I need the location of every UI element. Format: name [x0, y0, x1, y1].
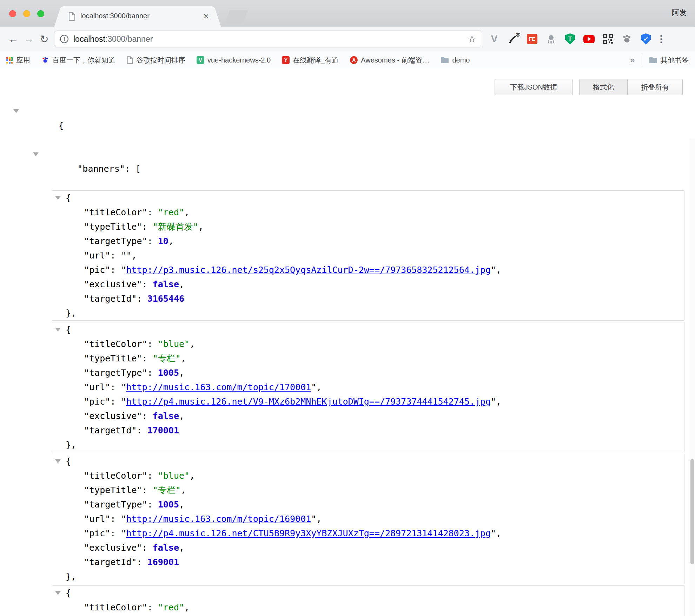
- page-info-icon[interactable]: i: [60, 35, 68, 43]
- maximize-window-button[interactable]: [37, 10, 44, 17]
- other-bookmarks-label: 其他书签: [661, 55, 689, 65]
- octotree-extension-icon[interactable]: [545, 33, 557, 45]
- json-key: "titleColor": [84, 207, 147, 217]
- json-number-value: 1005: [158, 499, 179, 510]
- page-icon: [68, 12, 75, 22]
- url-bar[interactable]: i localhost:3000/banner ☆: [54, 31, 482, 47]
- json-boolean-value: false: [153, 279, 179, 289]
- format-collapse-button-group: 格式化 折叠所有: [579, 79, 683, 95]
- json-key: "banners": [77, 164, 125, 174]
- paw-extension-icon[interactable]: [621, 33, 633, 45]
- json-punctuation: ,: [131, 250, 137, 261]
- json-punctuation: },: [66, 308, 76, 318]
- json-line: "typeTitle": "歌单",: [52, 615, 684, 616]
- json-punctuation: {: [66, 193, 71, 203]
- collapse-triangle-icon[interactable]: [33, 152, 39, 156]
- green-shield-extension-icon[interactable]: T: [564, 33, 576, 45]
- other-bookmarks-folder[interactable]: 其他书签: [649, 55, 689, 65]
- collapse-triangle-icon[interactable]: [55, 196, 61, 200]
- blue-shield-extension-icon[interactable]: ✓: [640, 33, 651, 45]
- scrollbar-track[interactable]: [689, 138, 695, 616]
- json-number-value: 169001: [147, 557, 179, 567]
- json-punctuation: ,: [179, 543, 184, 553]
- bookmark-youdao-translate[interactable]: Y 在线翻译_有道: [282, 55, 339, 65]
- close-window-button[interactable]: [9, 10, 16, 17]
- back-button[interactable]: ←: [6, 31, 21, 47]
- json-line: "titleColor": "red",: [52, 205, 684, 219]
- json-line: {: [52, 454, 684, 468]
- json-url-link[interactable]: http://p3.music.126.net/s25q2x5QyqsAzilC…: [126, 265, 491, 275]
- json-punctuation: :: [147, 499, 158, 510]
- bookmark-label: 百度一下，你就知道: [52, 55, 115, 65]
- json-punctuation: :: [137, 425, 147, 435]
- forward-button[interactable]: →: [21, 31, 37, 47]
- json-line: "titleColor": "blue",: [52, 337, 684, 351]
- json-punctuation: :: [110, 514, 121, 524]
- json-punctuation: {: [66, 325, 71, 335]
- json-punctuation: ,: [316, 514, 322, 524]
- new-tab-button[interactable]: [225, 10, 248, 24]
- json-url-link[interactable]: http://p4.music.126.net/CTU5B9R9y3XyYBZX…: [126, 528, 491, 538]
- bookmark-star-icon[interactable]: ☆: [468, 33, 476, 45]
- qrcode-extension-icon[interactable]: [602, 33, 614, 45]
- json-key: "titleColor": [84, 471, 147, 481]
- browser-menu-icon[interactable]: ⋮: [656, 33, 666, 45]
- youdao-dict-extension-icon[interactable]: 英: [508, 33, 519, 45]
- collapse-triangle-icon[interactable]: [55, 328, 61, 332]
- json-line: {: [52, 191, 684, 205]
- json-punctuation: ,: [179, 411, 184, 421]
- collapse-all-button[interactable]: 折叠所有: [628, 79, 683, 95]
- json-line: "exclusive": false,: [52, 409, 684, 423]
- json-line: "targetId": 170001: [52, 423, 684, 438]
- json-url-link[interactable]: http://music.163.com/m/topic/169001: [126, 514, 311, 524]
- json-line: "exclusive": false,: [52, 540, 684, 555]
- close-tab-icon[interactable]: ×: [204, 11, 209, 21]
- bookmark-google-sort[interactable]: 谷歌按时间排序: [127, 55, 185, 65]
- format-button[interactable]: 格式化: [579, 79, 628, 95]
- json-url-link[interactable]: http://p4.music.126.net/V9-MXz6b2MNhEKju…: [126, 397, 491, 407]
- youtube-extension-icon[interactable]: [583, 33, 595, 45]
- bookmarks-overflow-chevron[interactable]: »: [630, 55, 635, 65]
- json-key: "typeTitle": [84, 485, 142, 495]
- json-punctuation: :: [142, 222, 153, 232]
- bookmark-awesomes[interactable]: A Awesomes - 前端资…: [350, 55, 429, 65]
- collapse-triangle-icon[interactable]: [13, 109, 19, 113]
- scrollbar-thumb[interactable]: [690, 459, 694, 564]
- json-line: "targetId": 3165446: [52, 291, 684, 306]
- json-line: "targetType": 10,: [52, 234, 684, 248]
- collapse-triangle-icon[interactable]: [55, 591, 61, 595]
- bookmark-apps[interactable]: 应用: [6, 55, 30, 65]
- bookmark-demo-folder[interactable]: demo: [441, 56, 470, 64]
- json-punctuation: :: [137, 294, 147, 304]
- json-punctuation: ": [121, 528, 126, 538]
- json-line: "pic": "http://p3.music.126.net/s25q2x5Q…: [52, 263, 684, 277]
- minimize-window-button[interactable]: [23, 10, 30, 17]
- fehelper-extension-icon[interactable]: FE: [527, 33, 538, 45]
- json-line: "typeTitle": "专栏",: [52, 351, 684, 366]
- json-punctuation: :: [147, 368, 158, 378]
- bookmark-label: vue-hackernews-2.0: [207, 56, 271, 64]
- json-url-link[interactable]: http://music.163.com/m/topic/170001: [126, 382, 311, 392]
- vue-devtools-extension-icon[interactable]: V: [489, 33, 500, 45]
- youdao-badge-icon: Y: [282, 56, 290, 64]
- folder-icon: [649, 57, 657, 64]
- browser-tab[interactable]: localhost:3000/banner ×: [62, 6, 213, 27]
- json-punctuation: :: [110, 528, 121, 538]
- json-line: "pic": "http://p4.music.126.net/CTU5B9R9…: [52, 526, 684, 540]
- collapse-triangle-icon[interactable]: [55, 459, 61, 463]
- download-json-button[interactable]: 下载JSON数据: [495, 79, 573, 95]
- awesomes-badge-icon: A: [350, 56, 358, 64]
- bookmarks-divider: [642, 55, 642, 65]
- json-key: "url": [84, 382, 110, 392]
- json-key: "typeTitle": [84, 222, 142, 232]
- json-string-value: "red": [158, 207, 184, 217]
- json-punctuation: ,: [179, 368, 184, 378]
- json-punctuation: :: [147, 339, 158, 349]
- json-string-value: "blue": [158, 471, 190, 481]
- baidu-paw-icon: [41, 56, 49, 64]
- reload-button[interactable]: ↻: [37, 31, 52, 47]
- profile-name[interactable]: 阿发: [672, 8, 687, 18]
- bookmark-vue-hackernews[interactable]: V vue-hackernews-2.0: [197, 56, 271, 64]
- json-punctuation: ,: [496, 528, 501, 538]
- bookmark-baidu[interactable]: 百度一下，你就知道: [41, 55, 115, 65]
